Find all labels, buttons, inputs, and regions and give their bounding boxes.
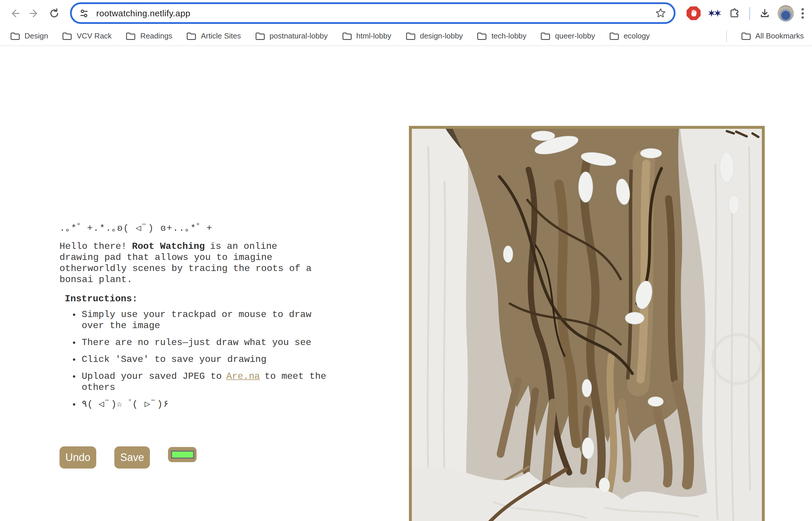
all-bookmarks-button[interactable]: All Bookmarks <box>742 31 804 40</box>
all-bookmarks-label: All Bookmarks <box>755 31 804 40</box>
bookmark-label: Readings <box>140 31 172 40</box>
bookmark-label: tech-lobby <box>491 31 527 40</box>
bookmark-folder-queer-lobby[interactable]: queer-lobby <box>541 31 595 40</box>
bookmark-label: postnatural-lobby <box>270 31 327 40</box>
puzzle-icon <box>729 7 740 19</box>
kaomoji-bullet: ٩( ◁̈ )☆゜( ▷̈ )۶ <box>82 399 327 410</box>
upload-pre: Upload your saved JPEG to <box>82 371 222 382</box>
bookmark-folder-design[interactable]: Design <box>10 31 48 40</box>
folder-icon <box>10 32 20 40</box>
reload-icon <box>48 7 60 19</box>
color-swatch-green[interactable] <box>171 451 194 459</box>
folder-icon <box>187 32 196 40</box>
instruction-item: Simply use your trackpad or mouse to dra… <box>82 310 327 332</box>
asterisk-extension-button[interactable]: ✶✶ <box>706 5 722 21</box>
bookmark-folder-article-sites[interactable]: Article Sites <box>187 31 241 40</box>
bookmark-folder-html-lobby[interactable]: html-lobby <box>342 31 391 40</box>
instruction-item: There are no rules—just draw what you se… <box>82 337 327 348</box>
bookmark-label: ecology <box>624 31 650 40</box>
intro-pre: Hello there! <box>60 241 127 252</box>
instruction-item-upload: Upload your saved JPEG toAre.nato meet t… <box>82 371 327 393</box>
bookmark-label: Article Sites <box>201 31 241 40</box>
folder-icon <box>610 32 619 40</box>
bookmark-label: Design <box>24 31 48 40</box>
downloads-button[interactable] <box>757 5 772 21</box>
double-asterisk-icon: ✶✶ <box>708 9 720 18</box>
folder-icon <box>541 32 550 40</box>
intro-column: .｡*゜+.*.｡ʚ( ◁̈ ) ɞ+..｡*゜+ Hello there!Ro… <box>60 223 334 416</box>
browser-window: rootwatching.netlify.app <box>0 0 812 521</box>
bookmark-folder-design-lobby[interactable]: design-lobby <box>406 31 463 40</box>
extension-area: ✶✶ <box>684 5 806 21</box>
site-title: Root Watching <box>132 241 205 252</box>
instructions-heading: Instructions: <box>65 293 334 305</box>
extensions-menu-button[interactable] <box>727 5 742 21</box>
arena-link[interactable]: Are.na <box>226 371 260 382</box>
undo-button[interactable]: Undo <box>60 447 96 469</box>
bookmark-label: design-lobby <box>420 31 463 40</box>
bookmark-folder-readings[interactable]: Readings <box>126 31 172 40</box>
toolbar-divider <box>749 7 750 20</box>
bookmark-label: VCV Rack <box>77 31 112 40</box>
bookmarks-divider <box>726 30 727 42</box>
folder-icon <box>63 32 72 40</box>
instructions-list: Simply use your trackpad or mouse to dra… <box>60 310 327 410</box>
hand-glyph <box>689 9 698 18</box>
download-icon <box>759 7 771 19</box>
bookmark-folder-postnatural-lobby[interactable]: postnatural-lobby <box>256 31 327 40</box>
intro-text: Hello there!Root Watchingis an online dr… <box>60 241 319 286</box>
url-input[interactable]: rootwatching.netlify.app <box>96 8 655 18</box>
bookmark-label: queer-lobby <box>555 31 595 40</box>
folder-icon <box>742 32 751 40</box>
browser-toolbar: rootwatching.netlify.app <box>0 0 812 26</box>
bookmark-star-icon[interactable] <box>655 7 667 19</box>
back-arrow-icon <box>9 7 20 19</box>
reload-button[interactable] <box>44 3 64 23</box>
back-button[interactable] <box>5 3 24 23</box>
drawing-canvas[interactable] <box>409 126 765 521</box>
page-content: .｡*゜+.*.｡ʚ( ◁̈ ) ɞ+..｡*゜+ Hello there!Ro… <box>0 46 812 521</box>
bookmark-folder-ecology[interactable]: ecology <box>610 31 650 40</box>
save-button[interactable]: Save <box>114 447 150 469</box>
forward-arrow-icon <box>28 7 40 19</box>
site-settings-icon[interactable] <box>79 8 89 18</box>
folder-icon <box>406 32 415 40</box>
folder-icon <box>342 32 352 40</box>
kaomoji-header: .｡*゜+.*.｡ʚ( ◁̈ ) ɞ+..｡*゜+ <box>60 223 334 234</box>
bookmark-folder-tech-lobby[interactable]: tech-lobby <box>477 31 527 40</box>
url-bar[interactable]: rootwatching.netlify.app <box>70 2 676 24</box>
bookmark-label: html-lobby <box>357 31 391 40</box>
folder-icon <box>126 32 136 40</box>
controls-row: Undo Save <box>60 447 197 469</box>
color-picker[interactable] <box>168 447 197 462</box>
profile-avatar[interactable] <box>777 5 794 21</box>
folder-icon <box>256 32 265 40</box>
bonsai-roots-image <box>412 129 762 521</box>
forward-button[interactable] <box>24 3 44 23</box>
bookmarks-bar: Design VCV Rack Readings Article Sites p… <box>0 26 812 46</box>
browser-menu-button[interactable] <box>799 5 806 21</box>
instruction-item: Click 'Save' to save your drawing <box>82 354 327 365</box>
bookmark-folder-vcv-rack[interactable]: VCV Rack <box>63 31 112 40</box>
adblock-extension-button[interactable] <box>686 5 701 21</box>
adblock-icon <box>687 6 701 20</box>
folder-icon <box>477 32 487 40</box>
